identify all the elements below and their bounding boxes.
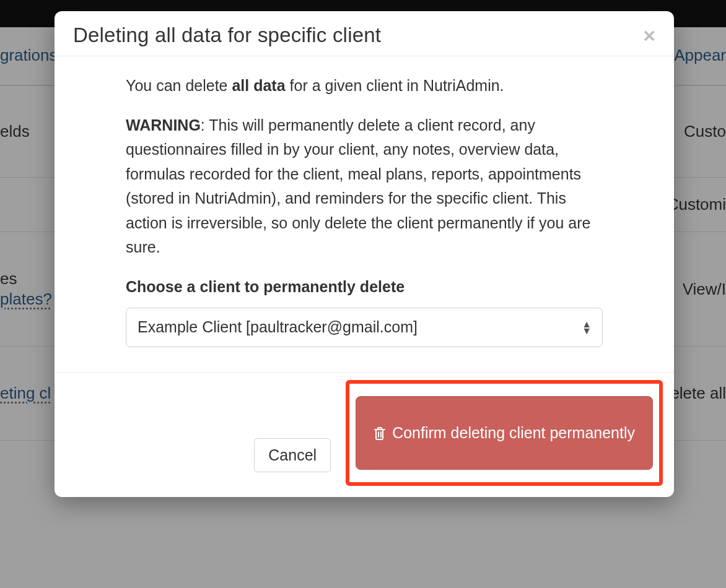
modal-header: Deleting all data for specific client × bbox=[55, 11, 674, 56]
intro-bold: all data bbox=[232, 77, 285, 94]
client-select[interactable]: Example Client [paultracker@gmail.com] ▲… bbox=[126, 308, 603, 347]
modal-warning: WARNING: This will permanently delete a … bbox=[126, 113, 603, 260]
delete-client-modal: Deleting all data for specific client × … bbox=[55, 11, 674, 497]
modal-title: Deleting all data for specific client bbox=[73, 24, 381, 47]
trash-icon bbox=[374, 426, 386, 440]
modal-body: You can delete all data for a given clie… bbox=[55, 56, 674, 372]
confirm-highlight-box: Confirm deleting client permanently bbox=[346, 380, 663, 486]
client-select-label: Choose a client to permanently delete bbox=[126, 275, 603, 300]
intro-prefix: You can delete bbox=[126, 77, 232, 94]
cancel-button[interactable]: Cancel bbox=[254, 438, 331, 472]
close-icon[interactable]: × bbox=[643, 25, 655, 46]
confirm-delete-button[interactable]: Confirm deleting client permanently bbox=[356, 396, 653, 470]
client-select-value: Example Client [paultracker@gmail.com] bbox=[138, 315, 418, 340]
modal-overlay: Deleting all data for specific client × … bbox=[0, 0, 726, 588]
confirm-delete-label: Confirm deleting client permanently bbox=[392, 424, 635, 442]
intro-suffix: for a given client in NutriAdmin. bbox=[286, 77, 504, 94]
warning-text: : This will permanently delete a client … bbox=[126, 116, 590, 256]
modal-footer: Cancel Confirm deleting client permanent… bbox=[55, 372, 674, 497]
chevron-updown-icon: ▲▼ bbox=[582, 321, 592, 334]
warning-label: WARNING bbox=[126, 116, 201, 134]
modal-intro: You can delete all data for a given clie… bbox=[126, 74, 603, 98]
